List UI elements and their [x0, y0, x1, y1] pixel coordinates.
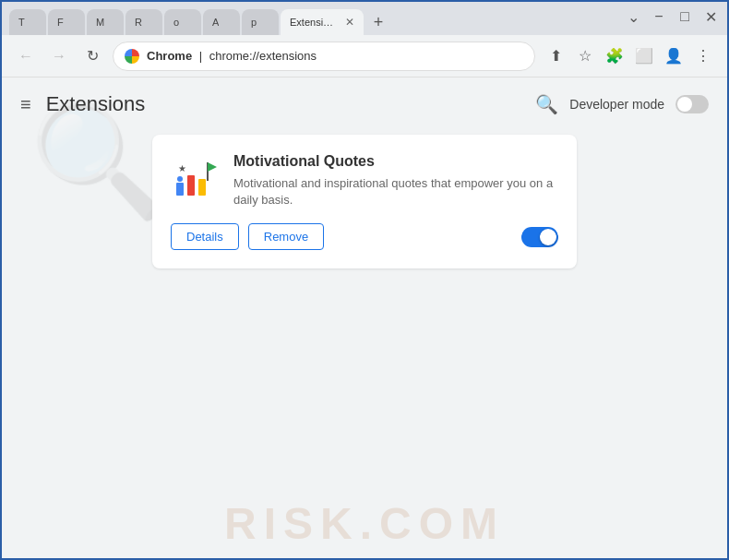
extension-enabled-toggle[interactable] — [521, 227, 558, 247]
extension-card: ★ Motivational Quotes Motivational and i… — [152, 135, 577, 268]
maximize-button[interactable]: □ — [675, 8, 694, 25]
hamburger-icon[interactable]: ≡ — [20, 94, 31, 115]
page-header: ≡ Extensions 🔍 Developer mode — [20, 92, 709, 116]
dev-mode-label: Developer mode — [569, 97, 664, 112]
address-bar[interactable]: Chrome | chrome://extensions — [113, 42, 535, 71]
remove-button[interactable]: Remove — [248, 223, 324, 250]
toolbar: ← → ↻ Chrome | chrome://extensions ⬆ ☆ 🧩… — [2, 35, 727, 77]
svg-rect-1 — [187, 175, 195, 196]
extensions-page: ≡ Extensions 🔍 Developer mode — [2, 77, 727, 283]
tab-a2[interactable]: A — [203, 9, 240, 35]
page-content: 🔍 RISK.COM ≡ Extensions 🔍 Developer mode — [2, 77, 727, 558]
title-bar: T F M R o A p Extensions ✕ — [2, 2, 727, 35]
tab-close-icon[interactable]: ✕ — [345, 16, 354, 29]
share-icon[interactable]: ⬆ — [543, 43, 568, 69]
tab-a1[interactable]: o — [164, 9, 201, 35]
chrome-logo-icon — [125, 49, 139, 64]
new-tab-button[interactable]: + — [365, 9, 391, 35]
minimize-button[interactable]: − — [650, 8, 668, 25]
address-url: chrome://extensions — [209, 49, 317, 63]
extension-icon: ★ — [171, 153, 219, 201]
tab-r[interactable]: R — [125, 9, 162, 35]
extension-description: Motivational and inspirational quotes th… — [233, 175, 558, 209]
svg-rect-0 — [176, 183, 184, 196]
menu-icon[interactable]: ⋮ — [690, 43, 716, 69]
page-title-area: ≡ Extensions — [20, 92, 145, 116]
tab-m[interactable]: M — [87, 9, 124, 35]
svg-text:★: ★ — [178, 163, 186, 173]
window-controls: ⌄ − □ ✕ — [624, 8, 720, 30]
bookmark-icon[interactable]: ☆ — [572, 43, 598, 69]
search-icon[interactable]: 🔍 — [535, 93, 558, 115]
reload-button[interactable]: ↻ — [79, 43, 105, 69]
address-text: Chrome | chrome://extensions — [147, 49, 317, 63]
tab-extensions-label: Extensions — [290, 17, 339, 28]
browser-window: T F M R o A p Extensions ✕ — [0, 0, 729, 560]
toggle-thumb — [677, 97, 692, 112]
svg-point-5 — [177, 176, 183, 182]
enabled-toggle-thumb — [540, 229, 556, 245]
dropdown-icon[interactable]: ⌄ — [624, 8, 642, 26]
developer-mode-toggle[interactable] — [675, 95, 709, 113]
extension-name: Motivational Quotes — [233, 153, 558, 170]
card-buttons: Details Remove — [171, 223, 324, 250]
card-top: ★ Motivational Quotes Motivational and i… — [171, 153, 558, 209]
tab-t[interactable]: T — [9, 9, 46, 35]
card-info: Motivational Quotes Motivational and ins… — [233, 153, 558, 209]
split-view-icon[interactable]: ⬜ — [631, 43, 657, 69]
page-title: Extensions — [46, 92, 146, 116]
details-button[interactable]: Details — [171, 223, 239, 250]
tabs-area: T F M R o A p Extensions ✕ — [9, 2, 624, 35]
tab-extensions[interactable]: Extensions ✕ — [281, 9, 364, 35]
tab-g[interactable]: p — [242, 9, 279, 35]
back-button[interactable]: ← — [13, 43, 39, 69]
card-actions: Details Remove — [171, 223, 558, 250]
profile-icon[interactable]: 👤 — [661, 43, 687, 69]
header-right: 🔍 Developer mode — [535, 93, 709, 115]
extensions-icon[interactable]: 🧩 — [602, 43, 627, 69]
close-button[interactable]: ✕ — [701, 8, 720, 26]
svg-marker-4 — [208, 162, 217, 172]
watermark-text: RISK.COM — [224, 498, 505, 549]
address-separator: | — [196, 49, 206, 63]
svg-rect-2 — [198, 179, 206, 196]
address-origin: Chrome — [147, 49, 192, 63]
forward-button[interactable]: → — [46, 43, 72, 69]
tab-f[interactable]: F — [48, 9, 85, 35]
toolbar-actions: ⬆ ☆ 🧩 ⬜ 👤 ⋮ — [543, 43, 716, 69]
